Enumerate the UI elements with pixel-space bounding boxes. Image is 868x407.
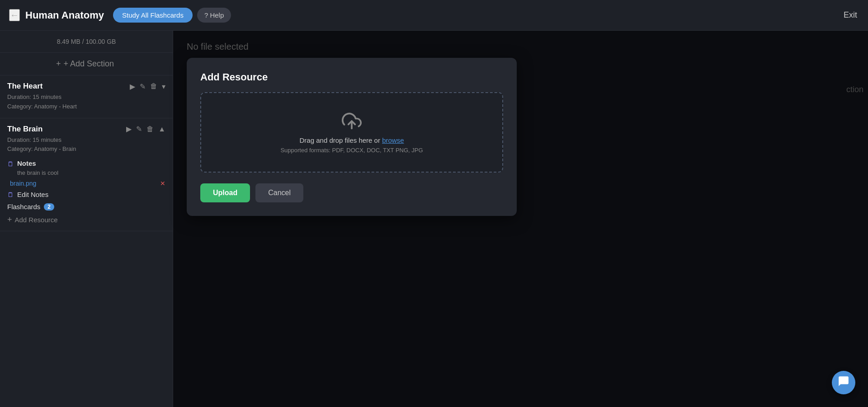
upload-button[interactable]: Upload	[200, 183, 250, 202]
brain-category: Category: Anatomy - Brain	[7, 145, 165, 154]
upload-icon	[342, 111, 362, 131]
notes-item[interactable]: 🗒 Notes	[7, 159, 165, 168]
notes-label: Notes	[17, 159, 36, 167]
heart-duration: Duration: 15 minutes	[7, 93, 165, 102]
heart-section-meta: Duration: 15 minutes Category: Anatomy -…	[7, 93, 165, 112]
heart-play-icon[interactable]: ▶	[130, 82, 135, 91]
page-title: Human Anatomy	[25, 9, 104, 21]
add-section-icon: +	[56, 59, 61, 69]
heart-category: Category: Anatomy - Heart	[7, 102, 165, 112]
drop-zone-formats: Supported formats: PDF, DOCX, DOC, TXT P…	[210, 147, 493, 154]
sidebar: 8.49 MB / 100.00 GB + + Add Section The …	[0, 31, 173, 407]
storage-indicator: 8.49 MB / 100.00 GB	[0, 31, 173, 53]
brain-edit-icon[interactable]: ✎	[136, 125, 142, 133]
study-flashcards-button[interactable]: Study All Flashcards	[113, 8, 193, 23]
add-resource-modal: Add Resource Drag and drop files here or…	[187, 58, 517, 216]
help-button[interactable]: ? Help	[197, 8, 231, 23]
drop-zone-text: Drag and drop files here or browse	[210, 136, 493, 144]
main-layout: 8.49 MB / 100.00 GB + + Add Section The …	[0, 31, 868, 407]
notes-preview: the brain is cool	[17, 169, 165, 176]
resource-file-item: brain.png ✕	[10, 180, 165, 187]
add-resource-button[interactable]: + Add Resource	[7, 215, 165, 225]
modal-title: Add Resource	[200, 71, 503, 83]
flashcards-item[interactable]: Flashcards 2	[7, 203, 165, 211]
browse-link[interactable]: browse	[382, 136, 404, 144]
add-resource-label: Add Resource	[15, 216, 58, 224]
add-resource-plus-icon: +	[7, 215, 12, 225]
heart-section-icons: ▶ ✎ 🗑 ▾	[130, 82, 165, 91]
heart-section-card: The Heart ▶ ✎ 🗑 ▾ Duration: 15 minutes C…	[0, 75, 173, 118]
heart-edit-icon[interactable]: ✎	[140, 82, 146, 91]
brain-section-card: The Brain ▶ ✎ 🗑 ▲ Duration: 15 minutes C…	[0, 118, 173, 232]
brain-collapse-icon[interactable]: ▲	[158, 125, 165, 133]
heart-section-header: The Heart ▶ ✎ 🗑 ▾	[7, 82, 165, 91]
flashcards-label: Flashcards	[7, 203, 40, 211]
modal-buttons: Upload Cancel	[200, 183, 503, 202]
edit-notes-label: Edit Notes	[17, 191, 48, 198]
exit-button[interactable]: Exit	[844, 10, 857, 20]
chat-bubble-button[interactable]	[832, 371, 855, 394]
flashcards-badge: 2	[44, 203, 54, 211]
brain-section-header: The Brain ▶ ✎ 🗑 ▲	[7, 125, 165, 134]
heart-delete-icon[interactable]: 🗑	[150, 82, 157, 90]
resource-delete-icon[interactable]: ✕	[160, 180, 165, 187]
brain-delete-icon[interactable]: 🗑	[146, 125, 154, 133]
brain-section-icons: ▶ ✎ 🗑 ▲	[126, 125, 165, 133]
drop-zone[interactable]: Drag and drop files here or browse Suppo…	[200, 92, 503, 173]
edit-notes-icon: 🗒	[7, 191, 14, 198]
resource-link[interactable]: brain.png	[10, 180, 36, 187]
brain-play-icon[interactable]: ▶	[126, 125, 132, 133]
brain-duration: Duration: 15 minutes	[7, 136, 165, 145]
heart-section-title: The Heart	[7, 82, 42, 91]
app-header: ← Human Anatomy Study All Flashcards ? H…	[0, 0, 868, 31]
heart-collapse-icon[interactable]: ▾	[162, 82, 165, 91]
add-section-button[interactable]: + + Add Section	[0, 53, 173, 75]
brain-section-meta: Duration: 15 minutes Category: Anatomy -…	[7, 136, 165, 154]
brain-section-title: The Brain	[7, 125, 42, 134]
modal-overlay: Add Resource Drag and drop files here or…	[173, 31, 868, 407]
cancel-button[interactable]: Cancel	[255, 183, 303, 202]
main-content: No file selected ction Add Resource	[173, 31, 868, 407]
chat-icon	[838, 375, 849, 390]
edit-notes-item[interactable]: 🗒 Edit Notes	[7, 191, 165, 198]
back-button[interactable]: ←	[9, 9, 20, 21]
add-section-label: + Add Section	[63, 59, 114, 69]
notes-icon: 🗒	[7, 160, 14, 168]
